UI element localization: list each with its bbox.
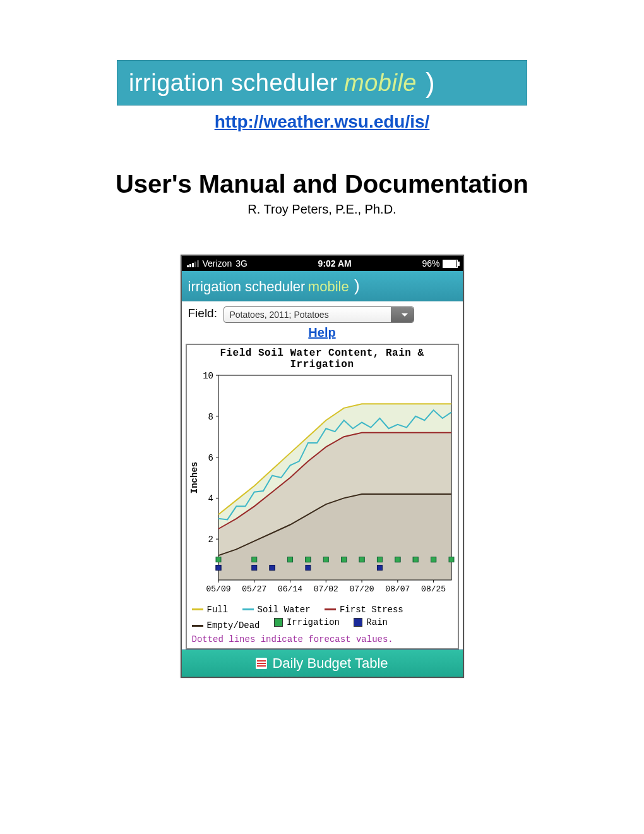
field-select-value: Potatoes, 2011; Potatoes — [224, 310, 328, 320]
svg-rect-45 — [413, 557, 418, 562]
svg-rect-51 — [216, 565, 221, 571]
chevron-down-icon — [391, 307, 414, 322]
chart-canvas: 246810Inches05/0905/2706/1407/0207/2008/… — [187, 370, 458, 598]
banner-sub: mobile — [344, 70, 417, 97]
svg-text:07/20: 07/20 — [349, 584, 374, 594]
chart-title: Field Soil Water Content, Rain & Irrigat… — [187, 345, 458, 370]
phone-screenshot: Verizon 3G 9:02 AM 96% irrigation schedu… — [181, 255, 464, 678]
svg-text:08/07: 08/07 — [385, 584, 410, 594]
doc-link[interactable]: http://weather.wsu.edu/is/ — [215, 112, 430, 131]
legend-empty-dead: Empty/Dead — [207, 619, 260, 632]
carrier-label: Verizon — [203, 258, 232, 269]
help-row: Help — [182, 324, 463, 344]
svg-rect-38 — [359, 557, 364, 562]
svg-rect-32 — [305, 557, 310, 562]
appbar-paren-icon: ) — [354, 276, 360, 295]
battery-pct: 96% — [422, 258, 439, 269]
field-label: Field: — [188, 306, 217, 320]
svg-text:08/25: 08/25 — [421, 584, 446, 594]
help-link[interactable]: Help — [308, 325, 335, 339]
svg-rect-26 — [216, 557, 221, 562]
field-select[interactable]: Potatoes, 2011; Potatoes — [224, 306, 414, 323]
svg-text:06/14: 06/14 — [278, 584, 302, 594]
svg-rect-55 — [270, 565, 275, 571]
chart-panel: Field Soil Water Content, Rain & Irrigat… — [186, 344, 459, 650]
battery-icon — [443, 260, 458, 268]
banner-paren-icon: ) — [426, 67, 435, 99]
app-bar: irrigation scheduler mobile ) — [182, 271, 463, 301]
svg-rect-40 — [377, 557, 382, 562]
banner-main: irrigation scheduler — [129, 70, 338, 97]
status-bar: Verizon 3G 9:02 AM 96% — [182, 256, 463, 271]
table-icon — [256, 658, 267, 669]
legend-full: Full — [207, 603, 229, 616]
svg-rect-49 — [449, 557, 454, 562]
signal-icon — [187, 260, 199, 267]
legend-first-stress: First Stress — [340, 603, 403, 616]
svg-text:07/02: 07/02 — [313, 584, 338, 594]
svg-text:4: 4 — [208, 493, 213, 504]
svg-text:10: 10 — [203, 371, 213, 381]
legend-rain: Rain — [366, 616, 388, 629]
chart-legend: Full Soil Water First Stress Empty/Dead … — [187, 598, 458, 633]
network-label: 3G — [236, 258, 247, 269]
daily-budget-label: Daily Budget Table — [272, 655, 388, 672]
svg-rect-57 — [377, 565, 382, 571]
svg-rect-43 — [395, 557, 400, 562]
svg-rect-56 — [305, 565, 310, 571]
svg-text:Inches: Inches — [189, 462, 200, 493]
svg-text:6: 6 — [208, 453, 213, 463]
svg-rect-27 — [251, 557, 256, 562]
svg-text:05/09: 05/09 — [206, 584, 230, 594]
svg-rect-52 — [251, 565, 256, 571]
page-title: User's Manual and Documentation — [0, 170, 644, 198]
forecast-note: Dotted lines indicate forecast values. — [187, 633, 458, 648]
svg-rect-29 — [287, 557, 292, 562]
app-banner: irrigation scheduler mobile ) — [117, 60, 527, 106]
svg-rect-36 — [341, 557, 346, 562]
legend-soil-water: Soil Water — [258, 603, 311, 616]
svg-text:05/27: 05/27 — [242, 584, 266, 594]
svg-rect-33 — [323, 557, 328, 562]
field-row: Field: Potatoes, 2011; Potatoes — [182, 301, 463, 324]
author-line: R. Troy Peters, P.E., Ph.D. — [0, 202, 644, 217]
clock-label: 9:02 AM — [247, 258, 422, 269]
appbar-main: irrigation scheduler — [188, 279, 306, 294]
doc-link-row: http://weather.wsu.edu/is/ — [0, 112, 644, 132]
daily-budget-button[interactable]: Daily Budget Table — [182, 650, 463, 677]
svg-rect-48 — [431, 557, 436, 562]
svg-text:8: 8 — [208, 412, 213, 422]
svg-text:2: 2 — [208, 535, 213, 545]
appbar-sub: mobile — [308, 279, 349, 294]
legend-irrigation: Irrigation — [287, 616, 340, 629]
